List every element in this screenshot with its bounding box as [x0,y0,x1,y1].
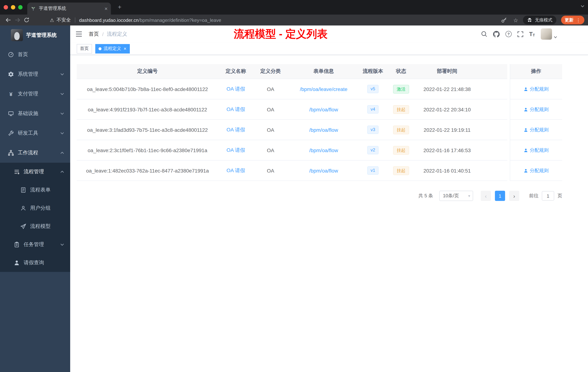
current-page-button[interactable]: 1 [495,191,505,201]
cell-id: oa_leave:1:482ec033-762a-11ec-8477-a2380… [77,160,218,181]
definition-name-link[interactable]: OA 请假 [227,167,245,173]
assign-rule-button[interactable]: 分配规则 [524,147,549,153]
incognito-badge: 无痕模式 [523,16,556,24]
tag-label: 首页 [80,45,89,52]
definition-name-link[interactable]: OA 请假 [227,127,245,132]
sidebar-item-label: 首页 [18,51,28,58]
column-header-category: 定义分类 [253,64,288,79]
sidebar-item-workflow[interactable]: 工作流程 [0,143,70,163]
sidebar-item-devtools[interactable]: 研发工具 [0,123,70,143]
search-icon[interactable] [481,31,487,37]
gear-icon [8,71,14,77]
prev-page-button[interactable]: ‹ [481,191,491,201]
reload-button[interactable] [22,16,31,24]
assign-rule-button[interactable]: 分配规则 [524,127,549,133]
main-panel: 首页 / 流程定义 流程模型 - 定义列表 ? [70,25,588,372]
assign-rule-button[interactable]: 分配规则 [524,106,549,113]
minimize-window-button[interactable] [11,5,15,10]
cell-id: oa_leave:3:1fad3d93-7b75-11ec-a3c8-acde4… [77,120,218,140]
form-link[interactable]: /bpm/oa/flow [309,127,338,133]
security-warning-icon: ⚠ [50,18,54,22]
goto-page-unit: 页 [557,193,562,199]
definition-name-link[interactable]: OA 请假 [227,147,245,153]
avatar[interactable] [541,28,552,40]
next-page-button[interactable]: › [509,191,519,201]
sidebar-item-payment[interactable]: ¥ 支付管理 [0,84,70,104]
hamburger-icon[interactable] [76,31,82,37]
column-header-time: 部署时间 [416,64,478,79]
forward-button[interactable] [13,16,22,24]
definition-name-link[interactable]: OA 请假 [227,106,245,112]
fullscreen-icon[interactable] [517,31,523,37]
github-icon[interactable] [493,31,500,37]
new-tab-button[interactable]: + [116,3,124,11]
monitor-icon [8,111,14,117]
form-link[interactable]: /bpm/oa/flow [309,168,338,174]
browser-tab[interactable]: 芋道管理系统 × [27,2,111,15]
page-size-select[interactable]: 10条/页 ▾ [439,191,473,201]
window-chevron-icon[interactable] [580,5,585,8]
form-icon [20,187,26,193]
assign-rule-label: 分配规则 [530,127,549,133]
font-size-large-glyph: T [529,31,533,37]
sidebar-item-home[interactable]: 首页 [0,45,70,65]
pagination: 共 5 条 10条/页 ▾ ‹ 1 › 前往 页 [77,191,562,201]
goto-label: 前往 [529,193,538,199]
sidebar-item-system[interactable]: 系统管理 [0,65,70,84]
column-header-version: 流程版本 [360,64,386,79]
dashboard-icon [8,52,14,57]
status-badge: 挂起 [393,166,409,175]
font-size-icon[interactable]: TT [529,31,535,37]
assign-rule-button[interactable]: 分配规则 [524,167,549,174]
person-icon [524,128,528,132]
close-window-button[interactable] [4,5,8,10]
url-text[interactable]: dashboard.yudao.iocoder.cn/bpm/manager/d… [79,17,221,23]
goto-page-input[interactable] [542,191,554,201]
key-icon[interactable] [499,16,509,24]
sidebar-item-task-management[interactable]: 任务管理 [0,236,70,254]
breadcrumb-home[interactable]: 首页 [89,31,99,37]
yen-icon: ¥ [8,91,14,97]
sidebar-item-process-model[interactable]: 流程模型 [0,217,70,236]
fixed-column-gap [507,64,510,79]
back-button[interactable] [4,16,13,24]
cell-category: OA [253,79,288,99]
sidebar-item-label: 用户分组 [30,205,51,211]
bookmark-star-icon[interactable]: ☆ [513,17,518,23]
sidebar-item-process-form[interactable]: 流程表单 [0,181,70,199]
tag-home[interactable]: 首页 [77,44,92,53]
zoom-window-button[interactable] [18,5,22,10]
user-menu[interactable] [541,28,557,40]
tab-close-icon[interactable]: × [104,6,108,11]
chevron-down-icon [60,93,64,95]
fixed-column-gap [507,120,510,140]
table-row: oa_leave:4:991f2193-7b7f-11ec-a3c8-acde4… [77,99,562,120]
version-badge: v3 [367,126,378,134]
tag-close-icon[interactable]: × [124,46,126,51]
fixed-column-gap [507,99,510,120]
sidebar-submenu-workflow: 流程管理 流程表单 用户分组 [0,163,70,272]
address-bar[interactable]: ⚠ 不安全 dashboard.yudao.iocoder.cn/bpm/man… [50,17,499,23]
sidebar-item-infrastructure[interactable]: 基础设施 [0,104,70,123]
sidebar-item-user-group[interactable]: 用户分组 [0,199,70,217]
help-icon[interactable]: ? [505,31,512,37]
person-icon [524,87,528,91]
send-icon [20,223,26,229]
url-path: /bpm/manager/definition?key=oa_leave [138,17,221,23]
definition-name-link[interactable]: OA 请假 [227,86,245,92]
update-chip[interactable]: 更新 ⋮ [561,16,584,24]
sidebar-item-process-management[interactable]: 流程管理 [0,163,70,181]
sidebar-logo-row[interactable]: 芋道管理系统 [0,25,70,45]
active-dot [99,47,101,50]
browser-toolbar: ⚠ 不安全 dashboard.yudao.iocoder.cn/bpm/man… [0,15,588,25]
users-icon [20,205,26,211]
form-link[interactable]: /bpm/oa/flow [309,107,338,112]
form-link[interactable]: /bpm/oa/flow [309,147,338,153]
assign-rule-button[interactable]: 分配规则 [524,86,549,92]
cell-deploy-time: 2022-01-22 21:48:38 [416,79,478,99]
column-header-spacer [478,64,507,79]
browser-menu-icon[interactable]: ⋮ [576,17,581,23]
tag-process-definition[interactable]: 流程定义 × [95,44,130,53]
form-link[interactable]: /bpm/oa/leave/create [300,86,347,92]
sidebar-item-leave-query[interactable]: 请假查询 [0,254,70,272]
